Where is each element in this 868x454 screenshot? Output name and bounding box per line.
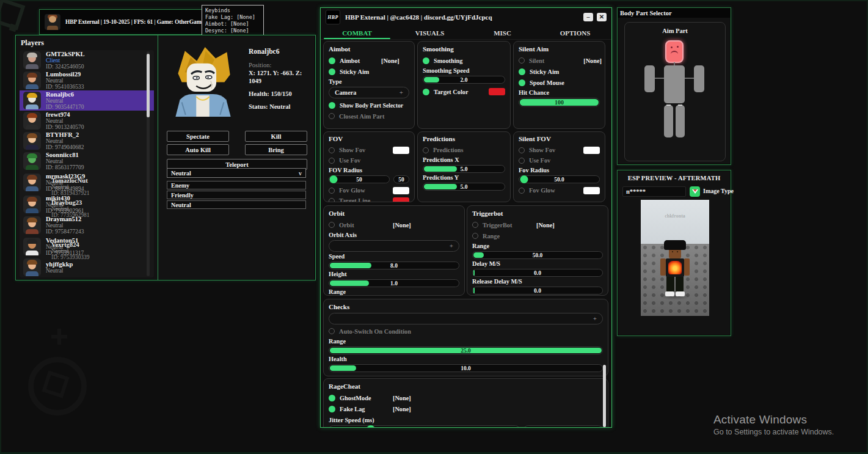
toggle-range[interactable]: Range bbox=[472, 230, 603, 241]
toggle-ghostmode[interactable]: GhostMode [None] bbox=[329, 392, 603, 403]
predictions-y-slider[interactable]: 5.0 bbox=[423, 183, 505, 191]
tab-combat[interactable]: COMBAT bbox=[321, 26, 393, 39]
body-part-left-leg[interactable] bbox=[664, 105, 673, 137]
toggle-orbit[interactable]: Orbit [None] bbox=[329, 219, 459, 230]
toggle-circle bbox=[329, 68, 335, 75]
players-panel: Players GMT2kSPKL Client ID: 3242546050 … bbox=[16, 35, 158, 280]
orbit-speed-slider[interactable]: 8.0 bbox=[329, 262, 459, 269]
color-swatch[interactable] bbox=[583, 147, 600, 154]
esp-name-input[interactable] bbox=[622, 186, 686, 197]
color-swatch[interactable] bbox=[393, 197, 409, 203]
spectate-button[interactable]: Spectate bbox=[167, 131, 229, 142]
smoothing-speed-slider[interactable]: 2.0 bbox=[423, 76, 505, 84]
fov-radius-slider[interactable]: 50 bbox=[329, 175, 390, 183]
toggle-use-fov[interactable]: Use Fov bbox=[329, 155, 409, 166]
fov-radius-input[interactable]: 50 bbox=[393, 175, 409, 183]
toggle-triggerbot[interactable]: TriggerBot [None] bbox=[472, 219, 603, 230]
toggle-target-color[interactable]: Target Color bbox=[423, 86, 505, 97]
predictions-x-slider[interactable]: 5.0 bbox=[423, 165, 505, 173]
close-button[interactable]: ✕ bbox=[597, 13, 607, 21]
body-part-right-arm[interactable] bbox=[694, 65, 704, 92]
keybind-value[interactable]: [None] bbox=[536, 222, 555, 229]
player-row[interactable]: Vedanton51 Neutral ID: 9755911317 Vexrtg… bbox=[20, 235, 154, 257]
toggle-label: Target Color bbox=[434, 89, 469, 95]
triggerbot-delay-slider[interactable]: 0.0 bbox=[472, 269, 603, 277]
color-swatch[interactable] bbox=[393, 147, 409, 154]
toggle-sticky-aim[interactable]: Sticky Aim bbox=[329, 66, 409, 77]
flame-shirt-graphic bbox=[668, 261, 682, 274]
player-row[interactable]: Lumbossil29 Neutral ID: 9541036533 bbox=[20, 70, 154, 90]
toggle-show-fov[interactable]: Show Fov bbox=[519, 145, 600, 155]
body-part-head[interactable] bbox=[665, 40, 684, 63]
player-row[interactable]: mikit430 Neutral ID: 7935902961 Draybug2… bbox=[20, 193, 154, 215]
team-option-friendly[interactable]: Friendly bbox=[167, 191, 306, 199]
player-avatar bbox=[23, 258, 41, 276]
keybind-value[interactable]: [None] bbox=[393, 406, 411, 412]
toggle-target-line[interactable]: Target Line bbox=[329, 196, 409, 202]
jitter-speed-slider[interactable]: 3 bbox=[329, 425, 520, 428]
keybind-value[interactable]: [None] bbox=[393, 222, 411, 229]
body-part-torso[interactable] bbox=[664, 65, 685, 103]
toggle-fov-glow[interactable]: Fov Glow bbox=[329, 185, 409, 196]
toggle-use-fov[interactable]: Use Fov bbox=[519, 155, 600, 166]
keybind-value[interactable]: [None] bbox=[583, 57, 602, 64]
orbit-height-slider[interactable]: 1.0 bbox=[329, 279, 459, 287]
keybind-value[interactable]: [None] bbox=[393, 395, 411, 401]
toggle-smoothing[interactable]: Smoothing bbox=[423, 55, 505, 66]
players-scrollbar-thumb[interactable] bbox=[147, 54, 150, 117]
team-option-neutral[interactable]: Neutral bbox=[167, 200, 306, 209]
player-row[interactable]: BTYHFR_2 Neutral ID: 9749040682 bbox=[20, 131, 154, 151]
team-dropdown[interactable]: Neutral v bbox=[167, 168, 306, 178]
body-part-left-arm[interactable] bbox=[644, 65, 655, 92]
checks-range-slider[interactable]: 25.0 bbox=[329, 346, 603, 354]
checks-health-slider[interactable]: 10.0 bbox=[329, 364, 603, 372]
toggle-auto-switch[interactable]: Auto-Switch On Condition bbox=[329, 326, 603, 337]
hit-chance-slider[interactable]: 100 bbox=[519, 98, 600, 107]
window-scrollbar-thumb[interactable] bbox=[603, 365, 606, 427]
silent-fov-radius-slider[interactable]: 50.0 bbox=[519, 175, 600, 183]
player-row[interactable]: mrmaskl23G9 Neutral ID: 8812849894 Tomaz… bbox=[20, 171, 154, 193]
tab-options[interactable]: OPTIONS bbox=[539, 26, 611, 39]
toggle-fov-glow[interactable]: Fov Glow bbox=[519, 185, 600, 196]
toggle-spoof-mouse[interactable]: Spoof Mouse bbox=[519, 77, 600, 88]
triggerbot-range-slider[interactable]: 50.0 bbox=[472, 251, 603, 259]
body-part-selector-header: Body Part Selector bbox=[618, 8, 731, 18]
slider-value: 0.0 bbox=[473, 287, 602, 294]
color-swatch[interactable] bbox=[489, 88, 505, 95]
triggerbot-release-slider[interactable]: 0.0 bbox=[472, 287, 603, 295]
checks-dropdown[interactable]: + bbox=[329, 313, 603, 324]
auto-kill-button[interactable]: Auto Kill bbox=[167, 144, 229, 155]
silent-fov-section: Silent FOV Show Fov Use Fov Fov Radius 5… bbox=[513, 131, 605, 202]
kill-button[interactable]: Kill bbox=[245, 131, 307, 142]
toggle-silent[interactable]: Silent [None] bbox=[519, 55, 600, 66]
player-row[interactable]: Soonniicc81 Neutral ID: 8563177709 bbox=[20, 151, 154, 171]
toggle-show-fov[interactable]: Show Fov bbox=[329, 145, 409, 155]
bring-button[interactable]: Bring bbox=[245, 144, 307, 155]
jitter-speed-input[interactable]: 3 bbox=[523, 425, 603, 428]
color-swatch[interactable] bbox=[583, 187, 600, 194]
player-row[interactable]: frewt974 Neutral ID: 9013240570 bbox=[20, 111, 154, 131]
keybind-value[interactable]: [None] bbox=[381, 57, 399, 64]
toggle-fake-lag[interactable]: Fake Lag [None] bbox=[329, 403, 603, 414]
toggle-closest-aim-part[interactable]: Closest Aim Part bbox=[329, 111, 409, 122]
body-part-right-leg[interactable] bbox=[676, 105, 685, 137]
orbit-axis-dropdown[interactable]: + bbox=[329, 240, 459, 252]
player-row[interactable]: GMT2kSPKL Client ID: 3242546050 bbox=[20, 50, 154, 70]
title-bar[interactable]: HBP HBP External | @cac6428 | discord.gg… bbox=[321, 8, 611, 26]
image-type-dropdown-button[interactable] bbox=[690, 186, 700, 197]
aim-type-dropdown[interactable]: Camera + bbox=[329, 87, 409, 98]
player-row[interactable]: Drayman512 Neutral ID: 9758477243 bbox=[20, 215, 154, 235]
tab-visuals[interactable]: VISUALS bbox=[393, 26, 466, 39]
team-option-enemy[interactable]: Enemy bbox=[167, 181, 306, 189]
toggle-predictions[interactable]: Predictions bbox=[423, 145, 505, 155]
tab-misc[interactable]: MISC bbox=[466, 26, 539, 39]
toggle-sticky-aim[interactable]: Sticky Aim bbox=[519, 66, 600, 77]
player-row[interactable]: yhjffgkkp Neutral bbox=[20, 257, 154, 277]
player-name: Ronaljbc6 bbox=[46, 91, 84, 98]
minimize-button[interactable]: – bbox=[583, 13, 593, 21]
player-text: Drayman512 Neutral ID: 9758477243 bbox=[46, 216, 84, 235]
toggle-show-body-part-selector[interactable]: Show Body Part Selector bbox=[329, 100, 409, 111]
player-row[interactable]: Ronaljbc6 Neutral ID: 9035447170 bbox=[20, 90, 154, 111]
color-swatch[interactable] bbox=[393, 187, 409, 194]
toggle-aimbot[interactable]: Aimbot [None] bbox=[329, 55, 409, 66]
